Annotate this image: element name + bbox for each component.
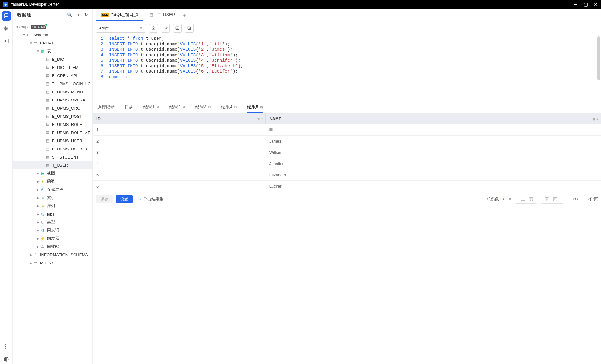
tree-table-item[interactable]: ▤E_UPMS_POST <box>13 112 92 120</box>
popout-icon[interactable]: ⧉ <box>183 105 185 109</box>
rail-help-icon[interactable] <box>2 342 11 351</box>
tree-root[interactable]: ▼ erupt YashanDB <box>13 23 92 31</box>
save-sql-button[interactable] <box>185 24 194 33</box>
tree-cat-proc[interactable]: ▶◎存储过程 <box>13 185 92 194</box>
rtab-result4[interactable]: 结果4⧉ <box>221 101 237 113</box>
table-row[interactable]: 6Lucifer <box>93 181 601 192</box>
tab-sql-window[interactable]: SQL *SQL_窗口_1 <box>96 9 143 21</box>
popout-icon[interactable]: ⧉ <box>509 197 511 202</box>
tree-schema-info[interactable]: ▶🗀INFORMATION_SCHEMA <box>13 251 92 259</box>
rtab-log[interactable]: 日志 <box>125 101 133 113</box>
tree-cat-func[interactable]: ▶ƒ函数 <box>13 177 92 185</box>
tree-table-item[interactable]: ▤E_UPMS_ORG <box>13 104 92 112</box>
caret-right-icon: ▶ <box>36 172 40 175</box>
tree-table-label: E_UPMS_MENU <box>52 90 83 94</box>
rtab-label: 结果1 <box>143 104 155 110</box>
table-row[interactable]: 1lili <box>93 124 601 136</box>
editor-scrollbar[interactable] <box>597 36 600 80</box>
rtab-history[interactable]: 执行记录 <box>97 101 115 113</box>
tree-table-item[interactable]: ▤T_USER <box>13 161 92 169</box>
page-label: 上一页 <box>521 196 533 202</box>
save-button[interactable]: 保存 <box>96 195 113 203</box>
tree-schema-mdsys[interactable]: ▶🗀MDSYS <box>13 259 92 267</box>
table-row[interactable]: 4Jennifer <box>93 158 601 169</box>
popout-icon[interactable]: ⧉ <box>260 105 263 109</box>
tree-table-item[interactable]: ▤E_UPMS_MENU <box>13 88 92 96</box>
tree-cat-seq[interactable]: ▶≡序列 <box>13 202 92 210</box>
search-icon[interactable]: 🔍 <box>67 12 72 18</box>
editor-code[interactable]: select * from t_user;INSERT INTO t_user(… <box>106 35 601 101</box>
tree-table-item[interactable]: ▤E_DICT <box>13 55 92 63</box>
table-icon: ▤ <box>45 146 50 151</box>
tab-add-button[interactable]: ＋ <box>180 9 189 21</box>
code-editor[interactable]: 12345678 select * from t_user;INSERT INT… <box>93 35 601 101</box>
folder-icon: 🗀 <box>33 252 38 257</box>
export-button[interactable]: ⇲导出结果集 <box>136 196 165 202</box>
table-row[interactable]: 2James <box>93 136 601 147</box>
tree-tables[interactable]: ▼ ▦ 表 <box>13 47 92 55</box>
caret-right-icon: ▶ <box>36 188 40 191</box>
tree-table-item[interactable]: ▤E_UPMS_ROLE <box>13 120 92 128</box>
th-label: NAME <box>269 117 281 121</box>
tree-cat-bin[interactable]: ▶🗀回收站 <box>13 242 92 251</box>
tree-schema[interactable]: ▼ 🗀 Schema <box>13 31 92 39</box>
minimize-button[interactable]: ─ <box>573 2 578 7</box>
rtab-result3[interactable]: 结果3⧉ <box>195 101 211 113</box>
th-name[interactable]: NAME⇅▾ <box>266 113 601 124</box>
refresh-icon[interactable]: ↻ <box>84 12 88 18</box>
sort-icon[interactable]: ⇅ <box>593 117 595 121</box>
table-icon: ▤ <box>45 65 50 70</box>
table-row[interactable]: 3William <box>93 147 601 158</box>
rtab-result5[interactable]: 结果5⧉ <box>247 101 263 113</box>
settings-button[interactable]: 设置 <box>116 195 133 203</box>
maximize-button[interactable]: ▢ <box>583 2 588 7</box>
tree-cat-syn[interactable]: ▶◑同义词 <box>13 226 92 234</box>
tree-erupt[interactable]: ▼ 🗀 ERUPT <box>13 39 92 47</box>
tree-table-item[interactable]: ▤E_UPMS_OPERATE <box>13 96 92 104</box>
tree-cat-jobs[interactable]: ▶◷jobs <box>13 210 92 218</box>
run-button[interactable] <box>149 24 158 33</box>
cell-id: 1 <box>93 124 266 136</box>
add-icon[interactable]: ＋ <box>76 12 80 18</box>
tree-cat-trg[interactable]: ▶⚡触发器 <box>13 234 92 242</box>
popout-icon[interactable]: ⧉ <box>157 105 159 109</box>
next-page-button[interactable]: 下一页› <box>541 195 563 204</box>
tree-table-item[interactable]: ▤E_DICT_ITEM <box>13 63 92 71</box>
table-row[interactable]: 5Elizabeth <box>93 169 601 181</box>
tree-cat-idx[interactable]: ▶⌕索引 <box>13 194 92 202</box>
rail-terminal-icon[interactable] <box>2 36 11 46</box>
tab-t-user[interactable]: ▤ T_USER <box>143 9 180 21</box>
popout-icon[interactable]: ⧉ <box>234 105 237 109</box>
filter-icon[interactable]: ▾ <box>261 117 263 121</box>
page-size-input[interactable] <box>567 195 585 203</box>
tree-table-item[interactable]: ▤E_UPMS_ROLE_ME <box>13 128 92 137</box>
tree-table-item[interactable]: ▤E_OPEN_API <box>13 71 92 80</box>
tree-cat-type[interactable]: ▶⬡类型 <box>13 218 92 226</box>
cell-name: Lucifer <box>266 181 601 192</box>
table-icon: ▤ <box>148 12 153 17</box>
rtab-result2[interactable]: 结果2⧉ <box>169 101 185 113</box>
tree-table-item[interactable]: ▤E_UPMS_LOGIN_LOG <box>13 80 92 88</box>
rail-datasource-icon[interactable] <box>2 11 11 21</box>
rail-settings-icon[interactable] <box>2 24 11 33</box>
explain-button[interactable] <box>173 24 182 33</box>
tree-table-item[interactable]: ▤E_UPMS_USER_RO <box>13 145 92 153</box>
per-page-label: 条/页 <box>588 196 598 202</box>
sql-badge-icon: SQL <box>101 13 109 17</box>
datasource-dropdown[interactable]: erupt ▼ <box>96 24 146 33</box>
rtab-result1[interactable]: 结果1⧉ <box>143 101 159 113</box>
sort-icon[interactable]: ⇅ <box>257 117 260 121</box>
tree-cat-view[interactable]: ▶▣视图 <box>13 169 92 177</box>
th-id[interactable]: ID⇅▾ <box>93 113 266 124</box>
filter-icon[interactable]: ▾ <box>597 117 598 121</box>
table-icon: ▤ <box>45 130 50 135</box>
rail-theme-icon[interactable] <box>2 355 11 364</box>
tree-table-item[interactable]: ▤E_UPMS_USER <box>13 137 92 145</box>
popout-icon[interactable]: ⧉ <box>208 105 211 109</box>
prev-page-button[interactable]: ‹上一页 <box>515 195 537 204</box>
close-button[interactable]: ✕ <box>593 2 598 7</box>
tree-table-label: ST_STUDENT <box>52 155 79 159</box>
tree-table-item[interactable]: ▤ST_STUDENT <box>13 153 92 161</box>
rtab-label: 结果3 <box>195 104 207 110</box>
format-button[interactable] <box>161 24 170 33</box>
